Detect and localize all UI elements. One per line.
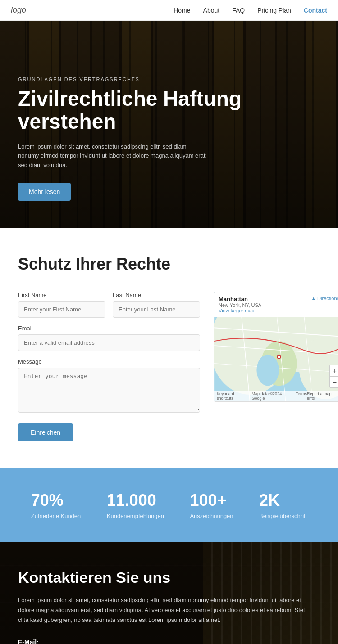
stat-number-3: 100+ (190, 491, 233, 510)
nav-links: Home About FAQ Pricing Plan Contact (174, 6, 327, 14)
nav-faq[interactable]: FAQ (232, 7, 245, 14)
last-name-label: Last Name (113, 292, 200, 298)
first-name-input[interactable] (18, 301, 105, 318)
stat-item-4: 2K Beispielüberschrift (259, 491, 307, 519)
zoom-out-button[interactable]: − (330, 377, 338, 387)
map-zoom-controls: + − (329, 365, 338, 388)
nav-pricing[interactable]: Pricing Plan (257, 7, 291, 14)
email-input[interactable] (18, 334, 200, 351)
hero-title: Zivilrechtliche Haftung verstehen (18, 87, 252, 133)
contact-form: First Name Last Name Email Message Einre… (18, 292, 200, 441)
map-footer: Keyboard shortcuts Map data ©2024 Google… (214, 391, 338, 401)
message-input[interactable] (18, 368, 200, 413)
stats-section: 70% Zufriedene Kunden 11.000 Kundenempfe… (0, 468, 338, 542)
email-detail-label: E-Mail: (18, 639, 320, 644)
contact-info-title: Kontaktieren Sie uns (18, 569, 320, 586)
map-location-sub: New York, NY, USA (219, 302, 338, 308)
nav-contact[interactable]: Contact (304, 7, 327, 14)
contact-info-section: Kontaktieren Sie uns Lorem ipsum dolor s… (0, 542, 338, 644)
map-inner: ▲ Directions Manhattan New York, NY, USA… (214, 292, 338, 401)
svg-point-11 (256, 355, 279, 386)
nav-home[interactable]: Home (174, 7, 190, 14)
map-container: ▲ Directions Manhattan New York, NY, USA… (214, 292, 338, 402)
contact-info-description: Lorem ipsum dolor sit amet, consetetur s… (18, 595, 311, 625)
zoom-in-button[interactable]: + (330, 365, 338, 377)
stat-label-3: Auszeichnungen (190, 513, 233, 519)
message-group: Message (18, 358, 200, 413)
stat-number-2: 11.000 (107, 491, 164, 510)
email-label: Email (18, 325, 200, 332)
svg-point-13 (278, 356, 280, 358)
map-view-larger[interactable]: View larger map (219, 308, 338, 313)
last-name-input[interactable] (113, 301, 200, 318)
stat-item-1: 70% Zufriedene Kunden (31, 491, 81, 519)
contact-info-content: Kontaktieren Sie uns Lorem ipsum dolor s… (18, 569, 320, 644)
hero-description: Lorem ipsum dolor sit amet, consetetur s… (18, 142, 207, 170)
logo: logo (11, 5, 26, 15)
hero-button[interactable]: Mehr lesen (18, 183, 71, 201)
email-detail: E-Mail: info@company.com (18, 639, 320, 644)
map-terms: Terms (296, 392, 307, 401)
contact-form-section: Schutz Ihrer Rechte First Name Last Name… (0, 228, 338, 468)
navbar: logo Home About FAQ Pricing Plan Contact (0, 0, 338, 21)
first-name-group: First Name (18, 292, 105, 318)
map-data: Map data ©2024 Google (251, 392, 296, 401)
map-keyboard-shortcuts: Keyboard shortcuts (217, 392, 251, 401)
nav-about[interactable]: About (203, 7, 220, 14)
map-report: Report a map error (307, 392, 338, 401)
hero-section: GRUNDLAGEN DES VERTRAGSRECHTS Zivilrecht… (0, 21, 338, 228)
contact-layout: First Name Last Name Email Message Einre… (18, 292, 320, 441)
stat-label-2: Kundenempfehlungen (107, 513, 164, 519)
hero-content: GRUNDLAGEN DES VERTRAGSRECHTS Zivilrecht… (0, 77, 270, 201)
name-row: First Name Last Name (18, 292, 200, 318)
stat-item-2: 11.000 Kundenempfehlungen (107, 491, 164, 519)
map-directions-link[interactable]: ▲ Directions (311, 296, 338, 301)
stat-label-1: Zufriedene Kunden (31, 513, 81, 519)
contact-form-title: Schutz Ihrer Rechte (18, 255, 320, 274)
email-group: Email (18, 325, 200, 351)
stat-item-3: 100+ Auszeichnungen (190, 491, 233, 519)
message-label: Message (18, 358, 200, 365)
map-header: ▲ Directions Manhattan New York, NY, USA… (214, 292, 338, 317)
stat-number-4: 2K (259, 491, 307, 510)
submit-button[interactable]: Einreichen (18, 423, 73, 441)
stat-number-1: 70% (31, 491, 81, 510)
last-name-group: Last Name (113, 292, 200, 318)
first-name-label: First Name (18, 292, 105, 298)
stat-label-4: Beispielüberschrift (259, 513, 307, 519)
hero-subtitle: GRUNDLAGEN DES VERTRAGSRECHTS (18, 77, 252, 82)
